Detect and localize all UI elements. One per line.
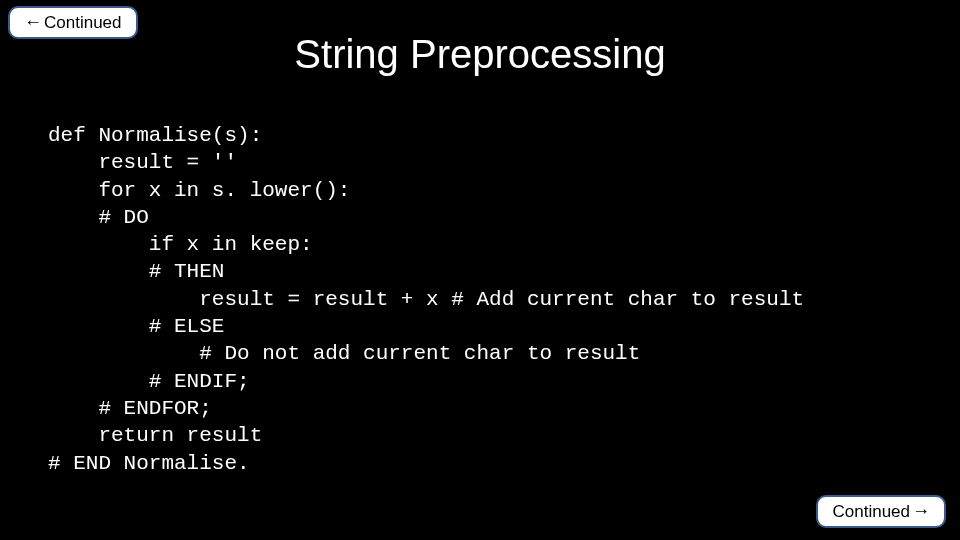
slide-title: String Preprocessing <box>0 32 960 77</box>
arrow-left-icon: ← <box>24 12 42 33</box>
prev-label: Continued <box>44 13 122 33</box>
code-line: # Do not add current char to result <box>48 342 640 365</box>
code-line: # ENDFOR; <box>48 397 212 420</box>
code-line: result = result + x # Add current char t… <box>48 288 804 311</box>
code-line: result = '' <box>48 151 237 174</box>
code-line: # ELSE <box>48 315 224 338</box>
code-line: if x in keep: <box>48 233 313 256</box>
code-line: # END Normalise. <box>48 452 250 475</box>
code-block: def Normalise(s): result = '' for x in s… <box>48 122 804 477</box>
code-line: # ENDIF; <box>48 370 250 393</box>
code-line: for x in s. lower(): <box>48 179 350 202</box>
code-line: # THEN <box>48 260 224 283</box>
next-button[interactable]: Continued → <box>816 495 946 528</box>
code-line: return result <box>48 424 262 447</box>
next-label: Continued <box>832 502 910 522</box>
code-line: def Normalise(s): <box>48 124 262 147</box>
arrow-right-icon: → <box>912 501 930 522</box>
code-line: # DO <box>48 206 149 229</box>
